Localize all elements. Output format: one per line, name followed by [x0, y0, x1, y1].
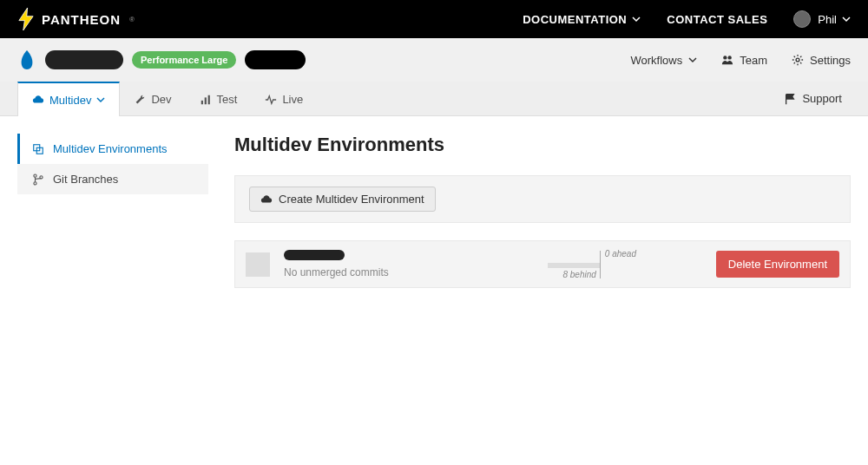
pulse-icon: [265, 94, 277, 106]
clone-icon: [32, 143, 44, 155]
user-menu[interactable]: Phil: [793, 10, 851, 28]
global-header: PANTHEON® DOCUMENTATION CONTACT SALES Ph…: [0, 0, 868, 38]
brand-logo[interactable]: PANTHEON®: [17, 8, 135, 30]
chevron-down-icon: [842, 15, 851, 23]
sidebar-item-git-branches[interactable]: Git Branches: [17, 164, 208, 194]
pantheon-bolt-icon: [17, 8, 35, 30]
workflows-label: Workflows: [631, 54, 683, 67]
sidebar-item-label: Git Branches: [53, 173, 118, 186]
sidebar-item-multidev-environments[interactable]: Multidev Environments: [17, 134, 208, 164]
environment-info: No unmerged commits: [284, 250, 475, 278]
tab-test-label: Test: [217, 93, 238, 106]
svg-point-9: [34, 174, 36, 177]
delete-environment-button[interactable]: Delete Environment: [716, 251, 839, 278]
site-header: Performance Large Workflows Team Setting…: [0, 38, 868, 82]
support-link[interactable]: Support: [784, 82, 851, 115]
workflows-menu[interactable]: Workflows: [631, 54, 698, 67]
global-nav: DOCUMENTATION CONTACT SALES Phil: [523, 10, 851, 28]
tab-multidev-label: Multidev: [49, 94, 91, 107]
settings-link[interactable]: Settings: [792, 54, 851, 67]
environment-tabs: Multidev Dev Test Live Support: [0, 82, 868, 116]
tab-multidev[interactable]: Multidev: [17, 82, 120, 116]
svg-rect-4: [201, 100, 202, 103]
svg-rect-5: [204, 97, 206, 104]
svg-rect-6: [207, 95, 209, 104]
environment-row: No unmerged commits 0 ahead 8 behind Del…: [234, 240, 851, 288]
svg-point-2: [728, 56, 732, 59]
stats-icon: [200, 94, 212, 106]
svg-point-3: [796, 58, 799, 62]
ahead-label: 0 ahead: [605, 249, 636, 259]
site-meta-redacted: [245, 50, 306, 69]
tab-live-label: Live: [282, 93, 303, 106]
create-button-label: Create Multidev Environment: [279, 193, 424, 206]
nav-documentation[interactable]: DOCUMENTATION: [523, 13, 641, 26]
team-icon: [721, 54, 733, 66]
nav-documentation-label: DOCUMENTATION: [523, 13, 627, 26]
main-area: Multidev Environments Git Branches Multi…: [0, 116, 868, 305]
team-label: Team: [740, 54, 767, 67]
support-label: Support: [802, 92, 842, 105]
site-identity: Performance Large: [17, 49, 306, 71]
chevron-down-icon: [688, 56, 697, 64]
commit-graph: 0 ahead 8 behind: [489, 251, 702, 278]
gear-icon: [792, 54, 804, 66]
page-title: Multidev Environments: [234, 134, 851, 156]
wrench-icon: [134, 94, 146, 106]
site-name-redacted: [45, 50, 123, 69]
environment-thumbnail: [246, 252, 270, 277]
cloud-icon: [260, 193, 273, 206]
flag-icon: [784, 93, 796, 105]
sidebar-item-label: Multidev Environments: [53, 142, 168, 155]
tabs-left: Multidev Dev Test Live: [17, 82, 317, 115]
svg-marker-0: [19, 8, 33, 30]
settings-label: Settings: [810, 54, 851, 67]
create-multidev-button[interactable]: Create Multidev Environment: [249, 187, 436, 212]
registered-mark: ®: [129, 16, 135, 23]
team-link[interactable]: Team: [721, 54, 767, 67]
behind-label: 8 behind: [562, 270, 595, 279]
tab-live[interactable]: Live: [251, 82, 317, 115]
drupal-icon: [17, 49, 36, 71]
behind-bar: [548, 263, 600, 268]
performance-badge: Performance Large: [132, 51, 236, 69]
graph-divider: [600, 251, 601, 278]
cloud-icon: [32, 94, 44, 106]
user-name-label: Phil: [818, 13, 837, 26]
branch-icon: [32, 174, 44, 186]
sidebar: Multidev Environments Git Branches: [17, 134, 208, 288]
tab-test[interactable]: Test: [186, 82, 252, 115]
svg-point-1: [723, 56, 727, 59]
nav-contact-sales-label: CONTACT SALES: [667, 13, 767, 26]
create-panel: Create Multidev Environment: [234, 175, 851, 223]
content: Multidev Environments Create Multidev En…: [234, 134, 851, 288]
environment-commit-status: No unmerged commits: [284, 266, 475, 278]
brand-text: PANTHEON: [42, 12, 121, 27]
chevron-down-icon: [96, 95, 105, 104]
svg-point-10: [34, 181, 36, 184]
environment-name-redacted: [284, 250, 345, 260]
nav-contact-sales[interactable]: CONTACT SALES: [667, 13, 767, 26]
site-actions: Workflows Team Settings: [631, 54, 852, 67]
chevron-down-icon: [632, 15, 641, 23]
tab-dev-label: Dev: [151, 93, 171, 106]
tab-dev[interactable]: Dev: [120, 82, 185, 115]
avatar: [793, 10, 811, 28]
